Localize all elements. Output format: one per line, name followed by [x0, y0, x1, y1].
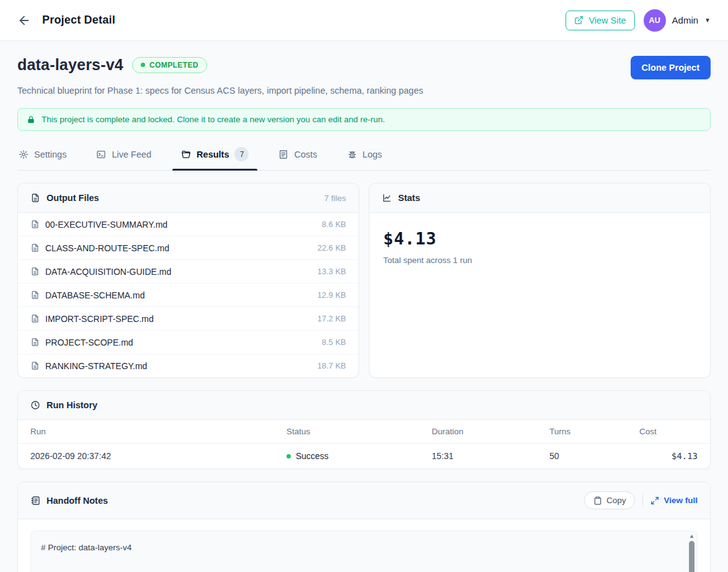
file-row[interactable]: DATA-ACQUISITION-GUIDE.md 13.3 KB: [18, 260, 358, 284]
file-size: 13.3 KB: [317, 267, 346, 276]
clock-icon: [30, 400, 40, 410]
terminal-icon: [96, 150, 106, 159]
back-button[interactable]: [17, 14, 31, 27]
column-header-turns: Turns: [537, 420, 627, 444]
run-status: Success: [286, 451, 407, 461]
view-site-label: View Site: [588, 16, 626, 25]
file-row[interactable]: RANKING-STRATEGY.md 18.7 KB: [18, 354, 358, 377]
tab-settings[interactable]: Settings: [17, 145, 68, 170]
file-size: 17.2 KB: [317, 314, 346, 323]
file-row[interactable]: IMPORT-SCRIPT-SPEC.md 17.2 KB: [18, 307, 358, 331]
user-name: Admin: [672, 15, 699, 25]
notebook-icon: [30, 496, 40, 506]
file-icon: [30, 337, 40, 347]
column-header-run: Run: [18, 420, 274, 444]
locked-notice-text: This project is complete and locked. Clo…: [42, 115, 385, 124]
stats-card: Stats $4.13 Total spent across 1 run: [369, 183, 711, 378]
bug-icon: [347, 150, 357, 159]
file-name: 00-EXECUTIVE-SUMMARY.md: [45, 220, 167, 230]
total-cost-value: $4.13: [383, 229, 696, 248]
project-description: Technical blueprint for Phase 1: specs f…: [17, 86, 711, 96]
tab-logs[interactable]: Logs: [346, 145, 383, 170]
success-dot-icon: [286, 454, 291, 458]
status-dot-icon: [141, 63, 145, 67]
view-full-button[interactable]: View full: [650, 496, 698, 505]
file-name: DATABASE-SCHEMA.md: [45, 290, 145, 300]
file-icon: [30, 243, 40, 252]
file-size: 8.5 KB: [322, 337, 346, 347]
chevron-down-icon: ▼: [704, 17, 711, 24]
expand-icon: [650, 496, 659, 505]
file-size: 12.9 KB: [317, 290, 346, 300]
project-name: data-layers-v4: [17, 56, 123, 74]
table-row[interactable]: 2026-02-09 20:37:42 Success 15:31 50 $4.…: [18, 444, 710, 469]
file-name: IMPORT-SCRIPT-SPEC.md: [45, 314, 154, 324]
stats-title: Stats: [398, 193, 420, 203]
file-name: CLASS-AND-ROUTE-SPEC.md: [45, 243, 169, 253]
user-menu[interactable]: AU Admin ▼: [644, 9, 711, 32]
run-history-title: Run History: [47, 400, 97, 410]
topbar: Project Detail View Site AU Admin ▼: [0, 0, 728, 41]
column-header-status: Status: [274, 420, 419, 444]
main-content: data-layers-v4 COMPLETED Clone Project T…: [0, 41, 728, 572]
file-icon: [30, 290, 40, 300]
file-list: 00-EXECUTIVE-SUMMARY.md 8.6 KB CLASS-AND…: [18, 213, 358, 377]
scrollbar[interactable]: ▲: [688, 532, 696, 572]
handoff-notes-content[interactable]: # Project: data-layers-v4 ▲: [30, 530, 698, 572]
status-badge: COMPLETED: [132, 57, 207, 73]
tab-live-feed[interactable]: Live Feed: [95, 145, 153, 170]
file-name: RANKING-STRATEGY.md: [45, 361, 147, 371]
run-history-card: Run History Run Status Duration Turns Co…: [17, 390, 711, 469]
divider: [642, 494, 643, 507]
run-cost: $4.13: [627, 444, 710, 469]
scroll-up-arrow-icon[interactable]: ▲: [689, 532, 695, 540]
output-files-header: Output Files 7 files: [18, 184, 358, 213]
handoff-notes-title: Handoff Notes: [47, 496, 108, 506]
results-count-badge: 7: [234, 147, 249, 161]
file-icon: [30, 361, 40, 370]
file-size: 18.7 KB: [317, 361, 346, 370]
tab-bar: Settings Live Feed Results 7 Costs Log: [17, 145, 711, 171]
file-icon: [30, 314, 40, 323]
file-text-icon: [30, 193, 40, 203]
view-site-button[interactable]: View Site: [566, 11, 634, 30]
file-name: PROJECT-SCOPE.md: [45, 337, 133, 347]
handoff-notes-header: Handoff Notes Copy View full: [18, 482, 710, 519]
file-name: DATA-ACQUISITION-GUIDE.md: [45, 267, 171, 277]
files-count: 7 files: [324, 194, 346, 203]
column-header-cost: Cost: [627, 420, 710, 444]
line-chart-icon: [382, 193, 392, 203]
lock-icon: [27, 115, 35, 124]
folder-icon: [181, 150, 191, 159]
file-row[interactable]: 00-EXECUTIVE-SUMMARY.md 8.6 KB: [18, 213, 358, 236]
run-history-header: Run History: [18, 391, 710, 420]
file-icon: [30, 220, 40, 229]
clipboard-icon: [593, 496, 602, 505]
page-title: Project Detail: [42, 14, 115, 27]
file-row[interactable]: CLASS-AND-ROUTE-SPEC.md 22.6 KB: [18, 236, 358, 260]
column-header-duration: Duration: [419, 420, 537, 444]
avatar: AU: [644, 9, 666, 32]
run-history-table: Run Status Duration Turns Cost 2026-02-0…: [18, 420, 710, 468]
run-timestamp: 2026-02-09 20:37:42: [18, 444, 274, 469]
file-row[interactable]: DATABASE-SCHEMA.md 12.9 KB: [18, 284, 358, 307]
output-files-title: Output Files: [47, 193, 99, 203]
gear-icon: [19, 150, 29, 159]
handoff-notes-card: Handoff Notes Copy View full: [17, 481, 711, 572]
copy-button[interactable]: Copy: [584, 491, 636, 509]
file-size: 22.6 KB: [317, 243, 346, 252]
file-size: 8.6 KB: [322, 220, 346, 229]
handoff-notes-text: # Project: data-layers-v4: [41, 541, 678, 555]
run-turns: 50: [537, 444, 627, 469]
output-files-card: Output Files 7 files 00-EXECUTIVE-SUMMAR…: [17, 183, 359, 378]
receipt-icon: [278, 150, 288, 159]
tab-costs[interactable]: Costs: [277, 145, 318, 170]
tab-results[interactable]: Results 7: [180, 145, 250, 170]
clone-project-button[interactable]: Clone Project: [631, 56, 711, 79]
run-duration: 15:31: [419, 444, 537, 469]
file-row[interactable]: PROJECT-SCOPE.md 8.5 KB: [18, 331, 358, 354]
scrollbar-thumb[interactable]: [689, 541, 695, 572]
arrow-left-icon: [17, 14, 31, 27]
file-icon: [30, 267, 40, 276]
locked-notice-banner: This project is complete and locked. Clo…: [17, 108, 711, 131]
